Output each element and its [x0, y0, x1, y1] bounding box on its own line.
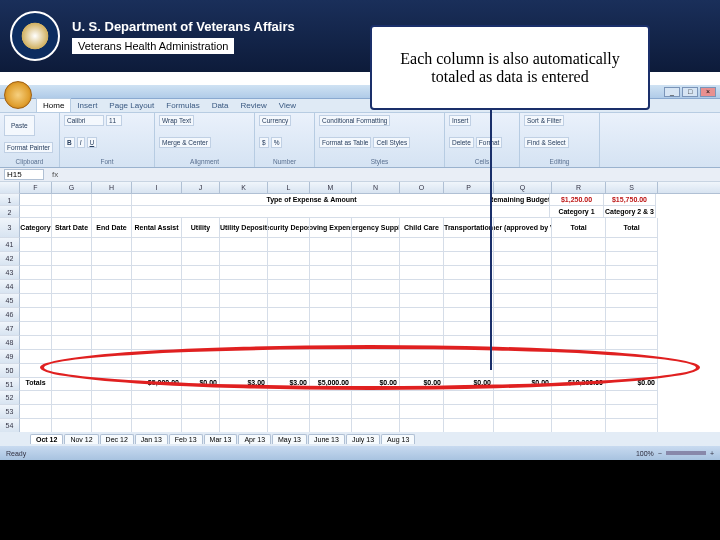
row-header[interactable]: 51	[0, 378, 20, 391]
cell[interactable]	[310, 252, 352, 266]
cell[interactable]	[606, 336, 658, 350]
row-header[interactable]: 47	[0, 322, 20, 336]
cell[interactable]	[182, 238, 220, 252]
sheet-tab[interactable]: Nov 12	[64, 434, 98, 444]
cell[interactable]	[52, 364, 92, 378]
cell[interactable]	[20, 266, 52, 280]
cell[interactable]	[494, 308, 552, 322]
cell[interactable]	[268, 322, 310, 336]
cell[interactable]	[310, 419, 352, 433]
cell[interactable]	[268, 336, 310, 350]
cell[interactable]	[20, 252, 52, 266]
cell[interactable]	[444, 238, 494, 252]
zoom-slider[interactable]	[666, 451, 706, 455]
cell[interactable]	[444, 391, 494, 405]
cell[interactable]	[606, 308, 658, 322]
cell[interactable]	[132, 336, 182, 350]
cell[interactable]	[220, 419, 268, 433]
cell[interactable]	[400, 391, 444, 405]
cell[interactable]	[268, 280, 310, 294]
cell[interactable]	[220, 294, 268, 308]
cell[interactable]	[352, 336, 400, 350]
format-as-table-button[interactable]: Format as Table	[319, 137, 371, 148]
cell[interactable]	[494, 294, 552, 308]
font-name-select[interactable]: Calibri	[64, 115, 104, 126]
cell[interactable]	[52, 336, 92, 350]
row-header[interactable]: 43	[0, 266, 20, 280]
cell[interactable]	[92, 364, 132, 378]
cell[interactable]	[552, 294, 606, 308]
cell[interactable]	[552, 266, 606, 280]
percent-button[interactable]: %	[271, 137, 283, 148]
find-select-button[interactable]: Find & Select	[524, 137, 569, 148]
cell[interactable]	[310, 308, 352, 322]
cell[interactable]	[182, 419, 220, 433]
cell[interactable]	[552, 252, 606, 266]
cell[interactable]	[606, 252, 658, 266]
sheet-tab[interactable]: Dec 12	[100, 434, 134, 444]
cell[interactable]	[606, 405, 658, 419]
cell[interactable]	[606, 266, 658, 280]
cell[interactable]	[92, 391, 132, 405]
tab-view[interactable]: View	[273, 99, 302, 112]
cell[interactable]	[400, 405, 444, 419]
cell[interactable]	[20, 419, 52, 433]
cell[interactable]	[606, 238, 658, 252]
cell[interactable]	[352, 405, 400, 419]
cell[interactable]	[132, 252, 182, 266]
cell[interactable]	[352, 308, 400, 322]
cell[interactable]	[494, 280, 552, 294]
cell[interactable]	[220, 252, 268, 266]
col-O[interactable]: O	[400, 182, 444, 193]
worksheet-grid[interactable]: 1 Type of Expense & Amount Remaining Bud…	[0, 194, 720, 461]
bold-button[interactable]: B	[64, 137, 75, 148]
sheet-tab[interactable]: Apr 13	[238, 434, 271, 444]
cell[interactable]	[220, 336, 268, 350]
cell[interactable]	[552, 336, 606, 350]
cell[interactable]	[220, 238, 268, 252]
cell[interactable]	[400, 294, 444, 308]
underline-button[interactable]: U	[87, 137, 98, 148]
cell[interactable]	[268, 350, 310, 364]
cell[interactable]	[494, 252, 552, 266]
row-header[interactable]: 52	[0, 391, 20, 405]
row-header[interactable]: 44	[0, 280, 20, 294]
cell[interactable]	[20, 322, 52, 336]
cell[interactable]	[310, 364, 352, 378]
col-Q[interactable]: Q	[494, 182, 552, 193]
cell[interactable]	[268, 419, 310, 433]
cell[interactable]	[52, 252, 92, 266]
row-header[interactable]: 45	[0, 294, 20, 308]
cell[interactable]	[400, 336, 444, 350]
cell[interactable]	[20, 350, 52, 364]
col-F[interactable]: F	[20, 182, 52, 193]
cell[interactable]	[310, 391, 352, 405]
currency-button[interactable]: $	[259, 137, 269, 148]
cell[interactable]	[182, 252, 220, 266]
cell[interactable]	[132, 308, 182, 322]
cell[interactable]	[182, 308, 220, 322]
cell[interactable]	[220, 322, 268, 336]
cell[interactable]	[220, 364, 268, 378]
cell[interactable]	[400, 252, 444, 266]
cell[interactable]	[444, 266, 494, 280]
sheet-tab[interactable]: Oct 12	[30, 434, 63, 444]
cell[interactable]	[220, 266, 268, 280]
cell[interactable]	[606, 350, 658, 364]
cell[interactable]	[52, 294, 92, 308]
col-H[interactable]: H	[92, 182, 132, 193]
cell[interactable]	[494, 405, 552, 419]
cell[interactable]	[92, 252, 132, 266]
tab-review[interactable]: Review	[235, 99, 273, 112]
font-size-select[interactable]: 11	[106, 115, 122, 126]
col-G[interactable]: G	[52, 182, 92, 193]
cell[interactable]	[92, 266, 132, 280]
cell[interactable]	[52, 266, 92, 280]
fx-icon[interactable]: fx	[48, 170, 62, 179]
cell[interactable]	[132, 238, 182, 252]
tab-home[interactable]: Home	[36, 98, 71, 112]
cell[interactable]	[52, 238, 92, 252]
cell[interactable]	[132, 280, 182, 294]
tab-insert[interactable]: Insert	[71, 99, 103, 112]
cell[interactable]	[352, 322, 400, 336]
